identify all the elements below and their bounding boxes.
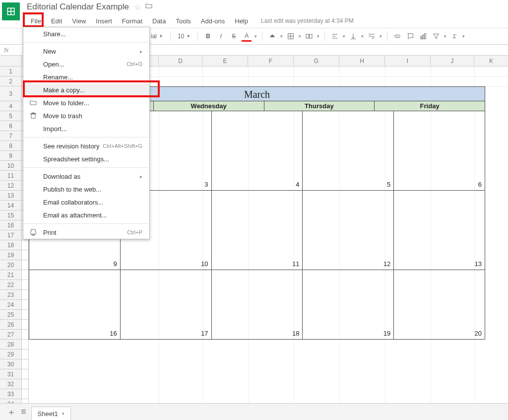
row-header[interactable]: 27 [0,330,21,340]
row-header[interactable]: 5 [0,111,21,121]
column-header-h[interactable]: H [339,56,385,66]
row-header[interactable]: 25 [0,310,21,320]
day-header[interactable]: Friday [375,101,485,111]
borders-button[interactable] [286,31,296,42]
menu-item-share[interactable]: Share... [23,27,149,40]
row-header[interactable]: 13 [0,191,21,201]
menu-view[interactable]: View [67,15,91,27]
text-color-button[interactable]: A [242,31,252,42]
add-sheet-button[interactable]: ＋ [7,406,16,418]
calendar-cell[interactable]: 11 [212,191,303,270]
menu-item-make-a-copy[interactable]: Make a copy... [23,83,149,96]
document-title[interactable]: Editorial Calendar Example [27,2,129,12]
insert-link-button[interactable] [392,31,402,42]
calendar-cell[interactable]: 19 [303,270,394,340]
menu-item-spreadsheet-settings[interactable]: Spreadsheet settings... [23,152,149,165]
row-header[interactable]: 6 [0,121,21,131]
chevron-down-icon[interactable]: ▾ [62,411,64,416]
day-header[interactable]: Thursday [264,101,375,111]
menu-item-open[interactable]: Open...Ctrl+O [23,58,149,70]
menu-item-move-to-folder[interactable]: Move to folder... [23,96,149,109]
select-all-corner[interactable] [0,56,22,66]
row-header[interactable]: 20 [0,260,21,270]
menu-format[interactable]: Format [117,15,147,27]
menu-item-print[interactable]: PrintCtrl+P [23,226,149,239]
row-header[interactable]: 32 [0,379,21,389]
sheets-logo[interactable] [2,2,20,20]
row-header[interactable]: 10 [0,161,21,171]
column-header-j[interactable]: J [431,56,474,66]
calendar-cell[interactable]: 6 [394,111,485,191]
row-header[interactable]: 22 [0,280,21,290]
menu-item-revision-history[interactable]: See revision historyCtrl+Alt+Shift+G [23,140,149,152]
menu-item-download-as[interactable]: Download as▸ [23,170,149,183]
menu-data[interactable]: Data [147,15,171,27]
h-align-button[interactable] [330,31,340,42]
strike-button[interactable]: S [229,31,239,42]
column-header-e[interactable]: E [202,56,248,66]
row-header[interactable]: 31 [0,369,21,379]
calendar-cell[interactable]: 17 [121,270,212,340]
bold-button[interactable]: B [203,31,213,42]
row-header[interactable]: 3 [0,86,21,101]
filter-button[interactable] [431,31,441,42]
row-header[interactable]: 30 [0,359,21,369]
insert-chart-button[interactable] [418,31,428,42]
calendar-cell[interactable]: 13 [394,191,485,270]
row-header[interactable]: 26 [0,320,21,330]
day-header[interactable]: Wednesday [154,101,264,111]
row-header[interactable]: 16 [0,220,21,230]
text-wrap-button[interactable] [367,31,377,42]
fill-color-button[interactable] [267,31,277,42]
menu-item-publish[interactable]: Publish to the web... [23,183,149,196]
column-header-d[interactable]: D [159,56,202,66]
row-header[interactable]: 19 [0,250,21,260]
row-header[interactable]: 24 [0,300,21,310]
row-header[interactable]: 14 [0,201,21,210]
row-header[interactable]: 8 [0,141,21,151]
menu-file[interactable]: File [26,15,46,27]
row-header[interactable]: 11 [0,171,21,181]
menu-item-email-collaborators[interactable]: Email collaborators... [23,196,149,209]
row-header[interactable]: 9 [0,151,21,161]
menu-edit[interactable]: Edit [46,15,67,27]
menu-item-move-to-trash[interactable]: Move to trash [23,109,149,122]
calendar-cell[interactable]: 20 [394,270,485,340]
menu-item-import[interactable]: Import... [23,122,149,135]
row-header[interactable]: 12 [0,181,21,191]
row-header[interactable]: 28 [0,340,21,350]
calendar-cell[interactable]: 16 [29,270,121,340]
column-header-f[interactable]: F [248,56,294,66]
menu-item-email-attachment[interactable]: Email as attachment... [23,209,149,221]
italic-button[interactable]: I [216,31,226,42]
calendar-cell[interactable]: 4 [212,111,303,191]
row-header[interactable]: 15 [0,210,21,220]
folder-icon[interactable] [145,2,153,12]
star-icon[interactable]: ☆ [134,2,141,12]
font-family-select[interactable]: ial▼ [149,33,165,40]
menu-help[interactable]: Help [230,15,253,27]
calendar-cell[interactable]: 12 [303,191,394,270]
menu-addons[interactable]: Add-ons [196,15,230,27]
functions-button[interactable]: Σ [449,31,459,42]
menu-insert[interactable]: Insert [91,15,117,27]
row-header[interactable]: 23 [0,290,21,300]
row-header[interactable]: 29 [0,350,21,359]
calendar-cell[interactable]: 18 [212,270,303,340]
row-header[interactable]: 21 [0,270,21,280]
menu-item-new[interactable]: New▸ [23,45,149,58]
calendar-cell[interactable]: 5 [303,111,394,191]
menu-tools[interactable]: Tools [171,15,195,27]
row-header[interactable]: 4 [0,101,21,111]
row-header[interactable]: 1 [0,67,21,76]
row-header[interactable]: 18 [0,240,21,250]
column-header-i[interactable]: I [385,56,431,66]
row-header[interactable]: 33 [0,389,21,399]
row-header[interactable]: 7 [0,131,21,141]
v-align-button[interactable] [348,31,358,42]
insert-comment-button[interactable] [405,31,415,42]
column-header-k[interactable]: K [474,56,508,66]
font-size-select[interactable]: 10▼ [176,33,192,40]
column-header-g[interactable]: G [294,56,339,66]
merge-cells-button[interactable] [304,31,314,42]
